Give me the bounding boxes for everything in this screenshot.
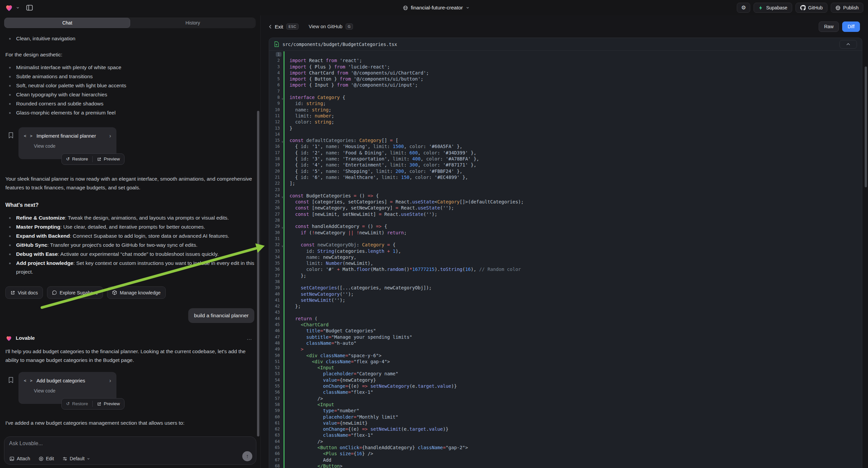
code-line: 67 Add — [269, 457, 862, 463]
chevron-right-icon[interactable]: › — [110, 131, 111, 140]
code-line: 24∨const BudgetCategories = () => { — [269, 193, 862, 199]
manage-knowledge-button[interactable]: Manage knowledge — [107, 286, 165, 299]
code-line: 25 const [categories, setCategories] = R… — [269, 199, 862, 205]
next-steps-list: Refine & Customize: Tweak the design, an… — [5, 213, 254, 276]
preview-button[interactable]: Preview — [93, 400, 124, 408]
lovable-logo-icon[interactable] — [5, 3, 13, 12]
code-line: 35 limit: Number(newLimit), — [269, 260, 862, 266]
sidebar-toggle-icon[interactable] — [26, 4, 34, 12]
chevron-down-icon — [466, 6, 469, 9]
chat-panel: Chat History Clean, intuitive navigation… — [0, 16, 260, 468]
chat-input[interactable] — [9, 440, 191, 446]
file-header[interactable]: src/components/budget/BudgetCategories.t… — [269, 38, 862, 51]
bullet-list: Clean, intuitive navigation — [5, 34, 254, 43]
code-editor[interactable]: 12import React from 'react';3import { Pl… — [269, 51, 862, 468]
user-message: build a financial planner — [188, 308, 254, 323]
code-line: 28 — [269, 217, 862, 223]
chat-bubble-icon — [52, 290, 57, 295]
globe-icon — [403, 5, 408, 10]
visit-docs-button[interactable]: Visit docs — [5, 286, 43, 299]
version-title: Implement financial planner — [37, 131, 96, 140]
project-switcher[interactable]: financial-future-creator — [403, 0, 469, 16]
code-line: 16 { id: '1', name: 'Housing', limit: 15… — [269, 143, 862, 149]
view-code-link[interactable]: View code — [34, 142, 111, 150]
code-line: 13} — [269, 125, 862, 131]
list-item: Clean, intuitive navigation — [5, 34, 254, 43]
code-line: 15∨const defaultCategories: Category[] =… — [269, 137, 862, 143]
code-line: 30 if (!newCategory || !newLimit) return… — [269, 230, 862, 236]
version-card-add-budget-categories[interactable]: < > Add budget categories › View code ↺ … — [19, 372, 117, 404]
view-code-link[interactable]: View code — [34, 386, 111, 395]
code-line: 3import { Plus } from 'lucide-react'; — [269, 64, 862, 70]
chevron-left-icon — [269, 25, 272, 29]
code-line: 53 placeholder="Category name" — [269, 371, 862, 377]
tab-history[interactable]: History — [130, 18, 255, 28]
assistant-text: I've added a new budget categories manag… — [5, 419, 254, 428]
code-line: 7 — [269, 88, 862, 94]
tab-chat[interactable]: Chat — [4, 18, 130, 28]
restore-button[interactable]: ↺ Restore — [62, 155, 92, 164]
explore-supabase-button[interactable]: Explore Supabase — [47, 286, 103, 299]
code-scrollbar[interactable] — [865, 66, 867, 187]
bookmark-icon[interactable] — [8, 132, 14, 159]
supabase-button[interactable]: Supabase — [753, 3, 792, 13]
code-line: 12 color: string; — [269, 119, 862, 125]
code-line: 42 }; — [269, 303, 862, 309]
version-actions: ↺ Restore Preview — [61, 153, 124, 165]
version-title: Add budget categories — [37, 376, 85, 385]
edit-mode-button[interactable]: Edit — [39, 456, 54, 461]
assistant-text: I'll help you add budget categories to t… — [5, 347, 254, 364]
code-line: 62 onChange={(e) => setNewLimit(e.target… — [269, 426, 862, 432]
ready-text: Your sleek financial planner is now read… — [5, 175, 254, 192]
target-icon — [39, 456, 43, 461]
raw-toggle-button[interactable]: Raw — [819, 22, 839, 32]
attach-button[interactable]: Attach — [9, 456, 30, 461]
code-line: 17 { id: '2', name: 'Food & Dining', lim… — [269, 150, 862, 156]
github-button[interactable]: GitHub — [796, 3, 828, 13]
collapse-file-button[interactable] — [839, 40, 857, 49]
restore-button[interactable]: ↺ Restore — [62, 400, 92, 408]
arrow-up-icon: ↑ — [246, 453, 249, 459]
view-on-github-link[interactable]: View on GitHub G — [309, 24, 353, 30]
lovable-heart-icon — [5, 335, 12, 342]
code-line: 39 setCategories([...categories, newCate… — [269, 285, 862, 291]
code-line: 41 setNewLimit(''); — [269, 297, 862, 303]
code-line: 10 name: string; — [269, 107, 862, 113]
publish-button[interactable]: Publish — [831, 3, 863, 13]
code-line: 57 /> — [269, 396, 862, 402]
preview-button[interactable]: Preview — [93, 155, 124, 164]
diff-toggle-button[interactable]: Diff — [842, 22, 860, 32]
code-line: 37 }; — [269, 273, 862, 279]
version-card-implement-financial-planner[interactable]: < > Implement financial planner › View c… — [19, 127, 117, 159]
assistant-name: Lovable — [16, 334, 35, 343]
supabase-icon — [758, 5, 763, 10]
top-bar: financial-future-creator ⚙ Supabase GitH… — [0, 0, 868, 16]
chevron-right-icon[interactable]: › — [110, 376, 111, 385]
chevron-down-icon[interactable] — [16, 6, 20, 9]
message-menu-icon[interactable]: … — [247, 334, 252, 343]
code-line: 20 { id: '5', name: 'Shopping', limit: 2… — [269, 168, 862, 174]
list-item: Soft, neutral color palette with light b… — [5, 81, 254, 90]
exit-button[interactable]: Exit ESC — [269, 24, 299, 30]
chat-scrollbar[interactable] — [257, 111, 259, 436]
code-line: 33 id: String(categories.length + 1), — [269, 248, 862, 254]
list-item: Glass-morphic elements for a premium fee… — [5, 109, 254, 117]
restore-icon: ↺ — [66, 400, 70, 408]
code-line: 46 title="Budget Categories" — [269, 328, 862, 334]
gear-icon: ⚙ — [741, 5, 746, 10]
settings-button[interactable]: ⚙ — [737, 3, 750, 13]
code-line: 58 <Input — [269, 402, 862, 408]
mode-selector[interactable]: Default — [62, 456, 90, 461]
image-icon — [9, 456, 14, 461]
list-item: Subtle animations and transitions — [5, 72, 254, 81]
restore-icon: ↺ — [66, 155, 70, 164]
file-added-icon — [274, 41, 279, 47]
sliders-icon — [62, 456, 67, 461]
send-button[interactable]: ↑ — [242, 451, 252, 461]
code-line: 19 { id: '4', name: 'Entertainment', lim… — [269, 162, 862, 168]
code-line: 31 — [269, 236, 862, 242]
code-line: 22]; — [269, 180, 862, 186]
chat-message-list[interactable]: Clean, intuitive navigation For the desi… — [0, 32, 256, 434]
bookmark-icon[interactable] — [8, 377, 14, 404]
code-line: 54 value={newCategory} — [269, 377, 862, 383]
